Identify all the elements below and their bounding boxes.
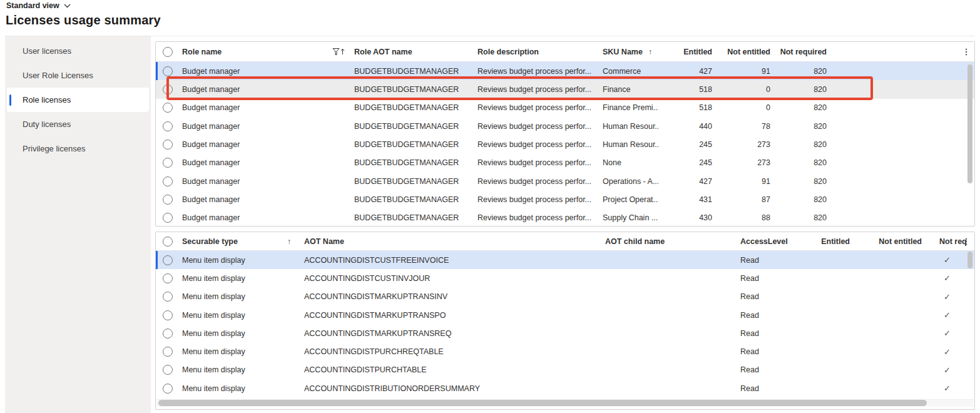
cell-sku-name[interactable]: Human Resour...: [599, 140, 658, 149]
cell-role-description[interactable]: Reviews budget process perfor...: [474, 122, 599, 131]
row-select-cell[interactable]: [156, 213, 180, 223]
cell-not-entitled[interactable]: 88: [716, 213, 774, 222]
cell-entitled[interactable]: 427: [658, 67, 716, 76]
row-select-cell[interactable]: [156, 310, 180, 320]
cell-role-aot-name[interactable]: BUDGETBUDGETMANAGER: [349, 103, 474, 112]
cell-access-level[interactable]: Read: [733, 256, 814, 265]
cell-not-required[interactable]: ✓: [927, 384, 967, 393]
cell-access-level[interactable]: Read: [733, 365, 814, 374]
cell-entitled[interactable]: 430: [658, 213, 716, 222]
column-header-role-name[interactable]: Role name: [180, 48, 349, 56]
cell-role-description[interactable]: Reviews budget process perfor...: [474, 67, 599, 76]
row-select-cell[interactable]: [156, 84, 180, 94]
column-header-not-entitled[interactable]: Not entitled: [716, 48, 774, 56]
role-table-row[interactable]: Budget manager BUDGETBUDGETMANAGER Revie…: [156, 154, 974, 172]
row-select-cell[interactable]: [156, 273, 180, 283]
cell-role-description[interactable]: Reviews budget process perfor...: [474, 158, 599, 167]
select-all-cell[interactable]: [156, 237, 180, 247]
cell-role-name[interactable]: Budget manager: [180, 213, 349, 222]
cell-not-required[interactable]: ✓: [927, 255, 967, 265]
cell-not-required[interactable]: ✓: [927, 310, 967, 320]
column-header-aot-name[interactable]: AOT Name: [299, 237, 593, 246]
cell-role-name[interactable]: Budget manager: [180, 177, 349, 186]
cell-aot-name[interactable]: ACCOUNTINGDISTPURCHREQTABLE: [299, 347, 593, 356]
cell-role-name[interactable]: Budget manager: [180, 67, 349, 76]
row-radio[interactable]: [163, 273, 173, 283]
cell-role-aot-name[interactable]: BUDGETBUDGETMANAGER: [349, 67, 474, 76]
cell-sku-name[interactable]: None: [599, 158, 658, 167]
cell-not-entitled[interactable]: 91: [716, 67, 774, 76]
row-radio[interactable]: [163, 176, 173, 186]
cell-role-name[interactable]: Budget manager: [180, 85, 349, 94]
column-header-aot-child-name[interactable]: AOT child name: [593, 237, 733, 246]
row-select-cell[interactable]: [156, 158, 180, 168]
cell-not-required[interactable]: 820: [774, 158, 835, 167]
cell-securable-type[interactable]: Menu item display: [180, 274, 299, 283]
cell-not-required[interactable]: 820: [774, 67, 835, 76]
row-radio[interactable]: [163, 365, 173, 375]
cell-not-required[interactable]: 820: [774, 195, 835, 204]
row-radio[interactable]: [163, 84, 173, 94]
cell-securable-type[interactable]: Menu item display: [180, 365, 299, 374]
cell-access-level[interactable]: Read: [733, 311, 814, 320]
row-radio[interactable]: [163, 310, 173, 320]
role-table-row[interactable]: Budget manager BUDGETBUDGETMANAGER Revie…: [156, 172, 974, 190]
cell-entitled[interactable]: 245: [658, 140, 716, 149]
cell-not-required[interactable]: ✓: [927, 273, 967, 283]
horizontal-scrollbar-track[interactable]: [156, 399, 974, 407]
cell-access-level[interactable]: Read: [733, 384, 814, 393]
cell-not-required[interactable]: ✓: [927, 365, 967, 375]
cell-role-aot-name[interactable]: BUDGETBUDGETMANAGER: [349, 195, 474, 204]
cell-not-entitled[interactable]: 0: [716, 103, 774, 112]
row-select-cell[interactable]: [156, 140, 180, 150]
row-radio[interactable]: [163, 292, 173, 302]
cell-not-entitled[interactable]: 78: [716, 122, 774, 131]
row-select-cell[interactable]: [156, 292, 180, 302]
cell-not-entitled[interactable]: 87: [716, 195, 774, 204]
row-select-cell[interactable]: [156, 176, 180, 186]
row-radio[interactable]: [163, 140, 173, 150]
select-all-cell[interactable]: [156, 47, 180, 57]
row-radio[interactable]: [163, 121, 173, 131]
securable-table-row[interactable]: Menu item display ACCOUNTINGDISTCUSTFREE…: [156, 251, 974, 269]
cell-not-required[interactable]: 820: [774, 213, 835, 222]
column-header-entitled[interactable]: Entitled: [814, 237, 855, 246]
cell-aot-name[interactable]: ACCOUNTINGDISTPURCHTABLE: [299, 365, 593, 374]
role-table-row[interactable]: Budget manager BUDGETBUDGETMANAGER Revie…: [156, 190, 974, 208]
cell-entitled[interactable]: 518: [658, 103, 716, 112]
cell-aot-name[interactable]: ACCOUNTINGDISTMARKUPTRANSINV: [299, 292, 593, 301]
row-radio[interactable]: [163, 158, 173, 168]
row-select-cell[interactable]: [156, 66, 180, 76]
cell-not-required[interactable]: 820: [774, 177, 835, 186]
row-radio[interactable]: [163, 66, 173, 76]
cell-access-level[interactable]: Read: [733, 329, 814, 338]
cell-sku-name[interactable]: Human Resour...: [599, 122, 658, 131]
cell-not-entitled[interactable]: 273: [716, 158, 774, 167]
select-all-radio[interactable]: [163, 47, 173, 57]
cell-not-required[interactable]: 820: [774, 140, 835, 149]
securable-table-row[interactable]: Menu item display ACCOUNTINGDISTMARKUPTR…: [156, 324, 974, 342]
row-select-cell[interactable]: [156, 103, 180, 113]
role-table-row[interactable]: Budget manager BUDGETBUDGETMANAGER Revie…: [156, 62, 974, 80]
column-header-access-level[interactable]: AccessLevel: [733, 237, 814, 246]
row-select-cell[interactable]: [156, 255, 180, 265]
row-radio[interactable]: [163, 347, 173, 357]
column-header-securable-type[interactable]: Securable type ↑: [180, 237, 299, 246]
cell-sku-name[interactable]: Finance: [599, 85, 658, 94]
cell-role-description[interactable]: Reviews budget process perfor...: [474, 85, 599, 94]
cell-entitled[interactable]: 440: [658, 122, 716, 131]
cell-sku-name[interactable]: Project Operat...: [599, 195, 658, 204]
column-header-entitled[interactable]: Entitled: [658, 48, 716, 56]
cell-role-description[interactable]: Reviews budget process perfor...: [474, 103, 599, 112]
cell-entitled[interactable]: 518: [658, 85, 716, 94]
row-select-cell[interactable]: [156, 121, 180, 131]
cell-securable-type[interactable]: Menu item display: [180, 292, 299, 301]
cell-not-entitled[interactable]: 91: [716, 177, 774, 186]
column-header-role-description[interactable]: Role description: [474, 48, 599, 56]
cell-role-aot-name[interactable]: BUDGETBUDGETMANAGER: [349, 177, 474, 186]
row-radio[interactable]: [163, 384, 173, 394]
cell-role-name[interactable]: Budget manager: [180, 122, 349, 131]
cell-securable-type[interactable]: Menu item display: [180, 384, 299, 393]
cell-role-name[interactable]: Budget manager: [180, 158, 349, 167]
cell-sku-name[interactable]: Supply Chain ...: [599, 213, 658, 222]
